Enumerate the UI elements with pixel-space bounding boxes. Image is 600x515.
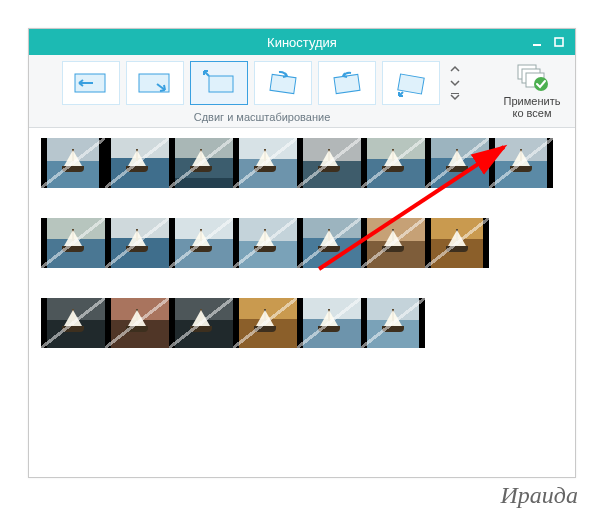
gallery-up-button[interactable] xyxy=(448,62,462,76)
maximize-button[interactable] xyxy=(553,36,565,48)
pan-zoom-group: Сдвиг и масштабирование xyxy=(37,61,487,123)
clip[interactable] xyxy=(169,298,233,348)
effect-option-6[interactable] xyxy=(382,61,440,105)
timeline-row xyxy=(41,138,563,190)
svg-rect-6 xyxy=(334,74,360,93)
clip[interactable] xyxy=(489,138,553,188)
svg-rect-8 xyxy=(451,93,459,94)
apply-to-all-icon xyxy=(514,63,550,93)
svg-rect-1 xyxy=(555,38,563,46)
apply-to-all-label: Применить ко всем xyxy=(504,95,561,119)
svg-rect-7 xyxy=(398,74,424,94)
ribbon-group-label: Сдвиг и масштабирование xyxy=(194,111,331,123)
app-window: Киностудия xyxy=(28,28,576,478)
clip[interactable] xyxy=(425,218,489,268)
svg-rect-4 xyxy=(209,76,233,92)
clip[interactable] xyxy=(297,218,361,268)
gallery-scroll xyxy=(448,62,462,104)
clip[interactable] xyxy=(169,138,233,188)
svg-rect-5 xyxy=(270,74,296,93)
minimize-button[interactable] xyxy=(531,36,543,48)
effect-option-1[interactable] xyxy=(62,61,120,105)
clip[interactable] xyxy=(105,218,169,268)
clip[interactable] xyxy=(361,218,425,268)
timeline-row xyxy=(41,218,563,270)
clip[interactable] xyxy=(361,138,425,188)
clip[interactable] xyxy=(425,138,489,188)
gallery-expand-button[interactable] xyxy=(448,90,462,104)
effect-options xyxy=(62,61,462,105)
clip[interactable] xyxy=(233,298,297,348)
clip[interactable] xyxy=(41,218,105,268)
svg-rect-0 xyxy=(533,44,541,46)
apply-to-all-button[interactable]: Применить ко всем xyxy=(497,61,567,119)
effect-option-2[interactable] xyxy=(126,61,184,105)
gallery-down-button[interactable] xyxy=(448,76,462,90)
timeline xyxy=(29,128,575,350)
clip[interactable] xyxy=(41,298,105,348)
ribbon: Сдвиг и масштабирование Применить ко все… xyxy=(29,55,575,128)
effect-option-4[interactable] xyxy=(254,61,312,105)
clip[interactable] xyxy=(297,298,361,348)
clip[interactable] xyxy=(105,138,169,188)
titlebar: Киностудия xyxy=(29,29,575,55)
clip[interactable] xyxy=(105,298,169,348)
effect-option-5[interactable] xyxy=(318,61,376,105)
clip[interactable] xyxy=(233,138,297,188)
clip[interactable] xyxy=(233,218,297,268)
watermark-signature: Ираида xyxy=(501,482,578,509)
window-controls xyxy=(531,29,571,55)
clip[interactable] xyxy=(169,218,233,268)
clip[interactable] xyxy=(41,138,105,188)
clip[interactable] xyxy=(361,298,425,348)
window-title: Киностудия xyxy=(267,35,337,50)
timeline-row xyxy=(41,298,563,350)
clip[interactable] xyxy=(297,138,361,188)
effect-option-3[interactable] xyxy=(190,61,248,105)
